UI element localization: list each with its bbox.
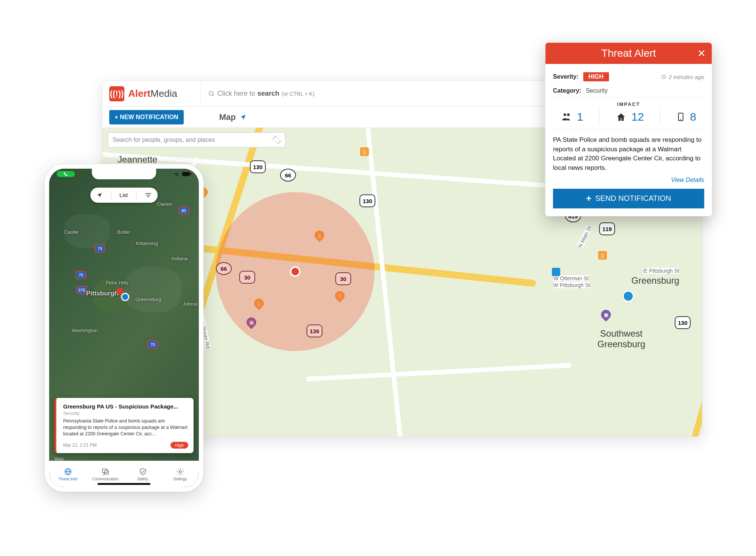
status-icons [173,171,191,177]
shield-66a: 66 [280,169,296,182]
severity-badge: HIGH [583,72,609,81]
threat-card-title: Greensburg PA US - Suspicious Package... [63,403,188,410]
impact-section: IMPACT 1 12 8 [553,97,704,130]
divider [599,109,600,124]
phone-notch [92,169,156,179]
tab-label: Communication [92,477,118,481]
shield-119: 119 [599,222,615,235]
gear-icon [176,467,184,476]
svg-point-0 [209,91,213,95]
popover-header: Threat Alert ✕ [545,43,712,64]
pm-80: 80 [178,207,189,215]
phone-screen: Pittsburgh Penn Hills Butler Washington … [49,169,199,487]
category-row: Category: Security [553,84,704,97]
pm-indiana: Indiana [171,256,187,261]
label-wott: W Otterman St [553,275,589,281]
tab-label: Settings [173,477,187,481]
phone-icon [64,172,68,176]
clock-icon [661,74,666,79]
threat-card-timestamp: Mar 22, 2:21 PM [63,443,97,448]
tab-threat-intel[interactable]: Threat Intel [49,461,87,487]
label-nmain: N Main St [577,225,592,248]
new-notification-label: NEW NOTIFICATION [120,114,178,121]
chat-icon [101,467,110,476]
pm-clarion: Clarion [157,201,172,207]
seg-list[interactable]: List [119,192,128,198]
impact-people: 1 [561,110,583,123]
shield-check-icon [139,467,147,476]
pm-castle: Castle [64,229,78,235]
person-pin[interactable] [623,290,634,302]
pm-wash: Washington [72,328,98,333]
page-title: Map [219,112,246,122]
pm-kitt: Kittanning [136,241,158,246]
building-pin[interactable]: ▣ [598,307,613,322]
threat-center-marker[interactable] [290,266,301,277]
tab-label: Threat Intel [58,477,77,481]
call-indicator[interactable] [57,171,75,177]
layers-icon[interactable] [273,136,281,144]
plus-icon: + [586,193,592,204]
battery-icon [182,172,191,176]
label-greensburg: Greensburg [631,275,679,286]
impact-people-count: 1 [577,110,583,123]
impact-buildings-count: 12 [631,110,644,123]
send-label: SEND NOTIFICATION [595,194,671,203]
svg-line-1 [212,95,214,96]
search-placeholder-post: (or CTRL + K) [282,91,314,97]
shield-130a: 130 [250,160,266,173]
device-pin[interactable]: ▯ [598,250,607,260]
timestamp: 2 minutes ago [661,74,704,80]
new-notification-button[interactable]: + NEW NOTIFICATION [109,110,184,124]
map-search-input[interactable]: Search for people, groups, and places [108,132,285,148]
pm-70: 70 [147,340,158,349]
label-wpitt: W Pittsburgh St [553,282,590,288]
threat-description: PA State Police and bomb squads are resp… [553,135,704,173]
road-119 [672,179,702,436]
threat-alert-popover: Threat Alert ✕ Severity: HIGH 2 minutes … [545,42,712,216]
threat-card[interactable]: Greensburg PA US - Suspicious Package...… [54,398,194,453]
transit-pin[interactable] [552,268,560,276]
divider [111,191,111,199]
brand-media: Media [150,88,177,99]
category-label: Category: [553,87,581,94]
tab-settings[interactable]: Settings [161,461,199,487]
send-notification-button[interactable]: + SEND NOTIFICATION [553,189,704,208]
shield-130b: 130 [359,194,375,207]
brand[interactable]: ((!)) AlertMedia [102,81,201,106]
alertmedia-logo-icon: ((!)) [109,86,124,101]
device-pin[interactable]: ▯ [359,147,369,157]
location-arrow-icon [240,114,246,121]
severity-row: Severity: HIGH 2 minutes ago [553,69,704,84]
label-sw-greensburg: Southwest Greensburg [597,328,645,349]
view-details-link[interactable]: View Details [553,177,704,183]
divider [660,109,660,124]
popover-title: Threat Alert [601,47,656,59]
phone-user-location [121,293,129,301]
threat-card-body: Pennsylvania State Police and bomb squad… [63,418,188,437]
pm-john: Johnst [183,301,197,307]
category-value: Security [586,87,608,94]
close-icon[interactable]: ✕ [697,48,706,59]
filter-icon[interactable] [145,193,152,198]
globe-icon [64,467,72,476]
search-icon [208,90,215,97]
home-indicator[interactable] [98,483,150,485]
threat-card-footer: Mar 22, 2:21 PM High [63,442,188,449]
pm-pittsburgh: Pittsburgh [86,290,118,297]
pm-greensburg: Greensburg [135,297,161,302]
threat-card-severity-badge: High [170,442,188,449]
severity-label: Severity: [553,73,579,80]
map-view-segmented-control[interactable]: List [90,188,158,203]
wifi-icon [173,172,180,176]
brand-text: AlertMedia [128,88,177,99]
location-arrow-icon[interactable] [96,192,102,198]
svg-rect-3 [190,173,191,175]
brand-alert: Alert [128,88,150,99]
pm-79: 79 [94,244,105,253]
timestamp-text: 2 minutes ago [669,74,704,80]
svg-rect-2 [182,172,190,176]
pm-butler: Butler [117,229,130,235]
people-icon [561,112,572,122]
tab-label: Safety [137,477,148,481]
